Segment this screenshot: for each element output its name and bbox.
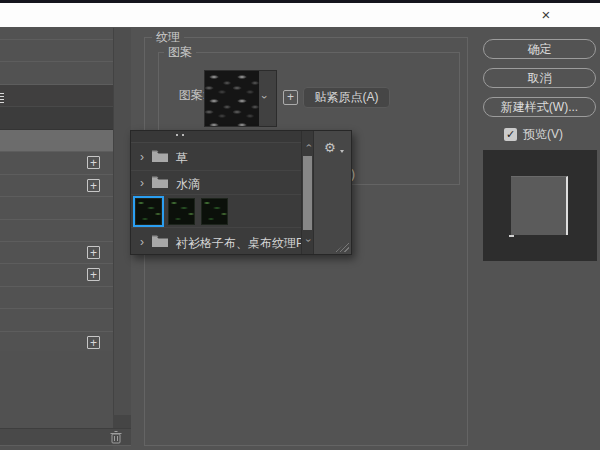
add-effect-icon[interactable]: +: [87, 156, 100, 169]
style-preview-area: [483, 150, 597, 261]
pattern-thumbnail-well[interactable]: [204, 70, 260, 127]
folder-label: 衬衫格子布、桌布纹理P...: [176, 235, 312, 252]
delete-effect-icon[interactable]: [109, 430, 123, 444]
effects-list-empty-area: [0, 351, 113, 428]
add-effect-icon[interactable]: +: [87, 179, 100, 192]
popup-side-strip: ⚙: [314, 131, 351, 254]
style-preview-thumbnail: [511, 176, 568, 235]
preview-highlight-edge: [509, 235, 514, 237]
list-item[interactable]: [0, 220, 113, 242]
add-effect-icon[interactable]: +: [87, 246, 100, 259]
chevron-down-icon: ›: [259, 95, 271, 99]
pattern-picker-popup: › 草 › 水滴 ›: [130, 130, 352, 255]
scrollbar-track-end: [113, 415, 131, 428]
folder-icon: [152, 150, 168, 162]
folder-icon: [152, 235, 168, 247]
pattern-thumbnail[interactable]: [201, 198, 228, 225]
chevron-right-icon[interactable]: ›: [140, 150, 144, 164]
folder-row-waterdrops[interactable]: › 水滴: [131, 171, 301, 195]
list-item[interactable]: +: [0, 264, 113, 287]
preview-checkbox[interactable]: ✓: [504, 128, 517, 141]
ok-button[interactable]: 确定: [483, 39, 596, 59]
snap-to-origin-button[interactable]: 贴紧原点(A): [303, 87, 390, 108]
list-item-selected[interactable]: [0, 130, 113, 152]
pattern-thumbnail[interactable]: [168, 198, 195, 225]
list-item[interactable]: [0, 309, 113, 332]
folder-label: 水滴: [176, 176, 200, 193]
new-style-button[interactable]: 新建样式(W)...: [483, 97, 596, 117]
list-item[interactable]: [0, 287, 113, 309]
list-item[interactable]: +: [0, 242, 113, 264]
clipped-label-fragment: [0, 92, 4, 103]
row-remnant-dot: [182, 134, 184, 136]
list-item[interactable]: [0, 40, 113, 62]
gear-menu-caret-icon: [340, 150, 344, 153]
list-item[interactable]: +: [0, 175, 113, 197]
preview-checkbox-label: 预览(V): [523, 128, 563, 141]
popup-scrollbar[interactable]: › ›: [301, 131, 314, 254]
row-remnant-dot: [176, 134, 178, 136]
cancel-button[interactable]: 取消: [483, 68, 596, 88]
scroll-up-icon[interactable]: ›: [303, 141, 314, 150]
gear-icon[interactable]: ⚙: [324, 140, 339, 155]
folder-row-grass[interactable]: › 草: [131, 143, 301, 171]
pattern-dropdown-button[interactable]: ›: [259, 70, 277, 127]
add-effect-icon[interactable]: +: [87, 336, 100, 349]
list-item[interactable]: [0, 197, 113, 220]
folder-label: 草: [176, 150, 188, 167]
layer-style-dialog: × + + + + +: [0, 0, 600, 450]
list-item[interactable]: [0, 85, 113, 107]
effects-list-scrollbar[interactable]: [113, 28, 131, 428]
scrollbar-thumb[interactable]: [303, 156, 312, 230]
list-item[interactable]: [0, 62, 113, 85]
pattern-group-title: 图案: [164, 46, 196, 59]
folder-icon: [152, 176, 168, 188]
pattern-row-label: 图案:: [160, 89, 210, 102]
texture-section-title: 纹理: [152, 31, 184, 44]
folder-row-plaid[interactable]: › 衬衫格子布、桌布纹理P...: [131, 228, 301, 254]
list-item[interactable]: [0, 107, 113, 130]
pattern-thumbnail-row: [131, 195, 301, 228]
partially-visible-row[interactable]: [131, 131, 301, 143]
new-pattern-button[interactable]: +: [283, 90, 298, 105]
chevron-right-icon[interactable]: ›: [140, 176, 144, 190]
chevron-right-icon[interactable]: ›: [140, 235, 144, 249]
dialog-titlebar[interactable]: [0, 3, 600, 27]
pattern-list: › 草 › 水滴 ›: [131, 131, 301, 254]
close-icon[interactable]: ×: [533, 3, 559, 27]
scroll-down-icon[interactable]: ›: [303, 236, 314, 245]
effects-list-footer: [0, 428, 131, 446]
pattern-thumbnail-selected[interactable]: [135, 198, 162, 225]
list-item[interactable]: +: [0, 152, 113, 175]
list-item[interactable]: [0, 28, 113, 40]
add-effect-icon[interactable]: +: [87, 268, 100, 281]
